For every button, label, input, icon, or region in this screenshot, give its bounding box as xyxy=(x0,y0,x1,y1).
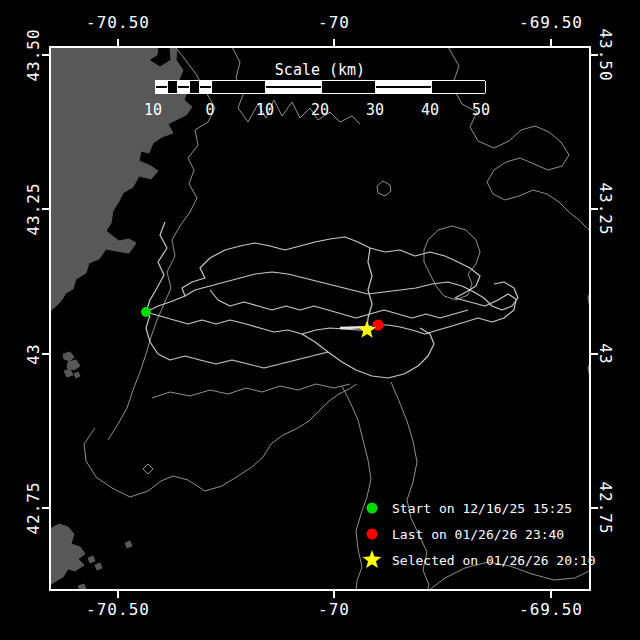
scale-bar-segment xyxy=(211,81,266,93)
axis-label-right: 43.25 xyxy=(596,182,615,235)
axis-label-right: 43 xyxy=(596,343,615,364)
legend-symbol-shape xyxy=(363,550,382,568)
scale-bar-tick-label: 50 xyxy=(472,101,490,119)
legend-item-label: Last on 01/26/26 23:40 xyxy=(392,527,564,542)
legend-circle-icon xyxy=(359,521,385,547)
scale-bar-subsegment xyxy=(200,81,211,93)
axis-tick xyxy=(117,39,119,46)
legend-star-icon xyxy=(359,547,385,573)
scale-bar-segment xyxy=(266,81,321,93)
axis-tick xyxy=(42,507,49,509)
axis-label-bottom: -70.50 xyxy=(86,600,150,619)
scale-bar-tick-label: 30 xyxy=(366,101,384,119)
axis-label-right: 43.50 xyxy=(596,28,615,81)
axis-label-bottom: -70 xyxy=(318,600,350,619)
legend-item-label: Start on 12/16/25 15:25 xyxy=(392,501,572,516)
axis-label-left: 42.75 xyxy=(24,481,43,534)
axis-label-top: -69.50 xyxy=(519,13,583,32)
scale-bar xyxy=(155,80,485,94)
axis-label-top: -70 xyxy=(318,13,350,32)
scale-bar-tick-label: 10 xyxy=(144,101,162,119)
scale-bar-tick-label: 40 xyxy=(421,101,439,119)
legend-symbol-shape xyxy=(367,503,378,514)
scale-bar-title: Scale (km) xyxy=(275,61,365,79)
axis-tick xyxy=(117,591,119,598)
scale-bar-segment xyxy=(321,81,376,93)
scale-bar-segment xyxy=(376,81,431,93)
scale-bar-subsegment xyxy=(156,81,167,93)
scale-bar-subsegment xyxy=(167,81,178,93)
axis-tick xyxy=(333,39,335,46)
axis-tick xyxy=(333,591,335,598)
axis-tick xyxy=(550,39,552,46)
axis-label-bottom: -69.50 xyxy=(519,600,583,619)
scale-bar-subsegment xyxy=(189,81,200,93)
axis-tick xyxy=(550,591,552,598)
axis-tick xyxy=(42,54,49,56)
scale-bar-segment xyxy=(431,81,486,93)
scale-bar-subsegment xyxy=(178,81,189,93)
axis-label-left: 43.50 xyxy=(24,28,43,81)
axis-label-right: 42.75 xyxy=(596,481,615,534)
axis-label-left: 43.25 xyxy=(24,182,43,235)
scale-bar-tick-label: 0 xyxy=(205,101,214,119)
tracking-map-view: -70.50-70-69.50-70.50-70-69.5043.5043.25… xyxy=(0,0,640,640)
axis-tick xyxy=(42,208,49,210)
legend-item-label: Selected on 01/26/26 20:10 xyxy=(392,553,596,568)
scale-bar-tick-label: 10 xyxy=(256,101,274,119)
scale-bar-tick-label: 20 xyxy=(311,101,329,119)
legend-symbol-shape xyxy=(367,529,378,540)
legend-circle-icon xyxy=(359,495,385,521)
axis-tick xyxy=(42,353,49,355)
axis-label-top: -70.50 xyxy=(86,13,150,32)
axis-label-left: 43 xyxy=(24,343,43,364)
